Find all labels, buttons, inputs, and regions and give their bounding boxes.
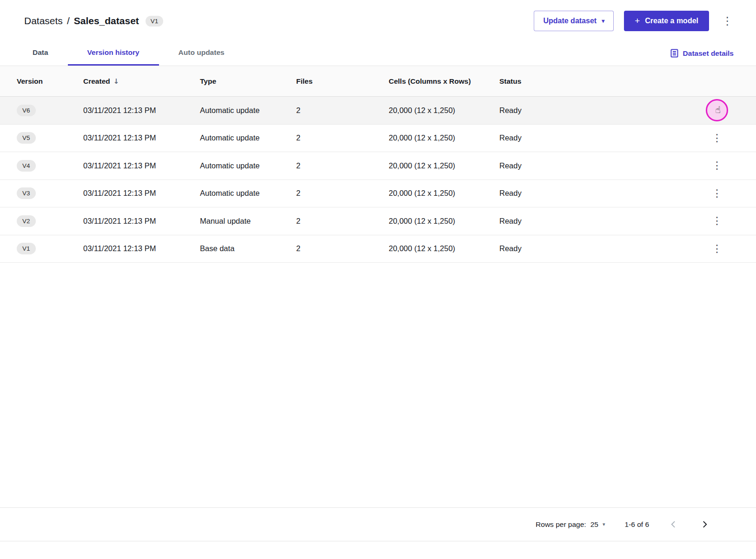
cell-status: Ready <box>499 133 708 142</box>
cell-files: 2 <box>296 217 389 226</box>
pagination-footer: Rows per page: 25 ▾ 1-6 of 6 <box>0 507 756 541</box>
row-kebab-menu-icon[interactable]: ⋮ <box>708 243 726 255</box>
tab-data[interactable]: Data <box>13 41 68 66</box>
cell-version: V1 <box>17 243 83 254</box>
chevron-down-icon: ▾ <box>602 18 604 24</box>
cell-created: 03/11/2021 12:13 PM <box>83 106 200 115</box>
cell-created: 03/11/2021 12:13 PM <box>83 189 200 198</box>
cell-files: 2 <box>296 106 389 115</box>
version-pill: V5 <box>17 132 36 144</box>
cell-created: 03/11/2021 12:13 PM <box>83 244 200 253</box>
column-header-type: Type <box>200 77 296 86</box>
table-row[interactable]: V3 03/11/2021 12:13 PM Automatic update … <box>0 180 756 208</box>
column-header-files: Files <box>296 77 389 86</box>
update-dataset-label: Update dataset <box>543 17 597 25</box>
version-pill: V2 <box>17 215 36 227</box>
document-icon <box>670 49 679 58</box>
cell-type: Automatic update <box>200 106 296 115</box>
sort-descending-icon: ↓ <box>113 77 119 86</box>
version-pill: V6 <box>17 105 36 116</box>
column-header-version: Version <box>17 77 83 86</box>
cell-status: Ready <box>499 161 708 170</box>
cell-cells: 20,000 (12 x 1,250) <box>389 217 499 226</box>
breadcrumb: Datasets / Sales_dataset V1 <box>24 15 163 27</box>
tab-auto-updates[interactable]: Auto updates <box>159 41 244 66</box>
next-page-button[interactable] <box>698 518 711 531</box>
cell-cells: 20,000 (12 x 1,250) <box>389 189 499 198</box>
breadcrumb-datasets-link[interactable]: Datasets <box>24 15 63 27</box>
create-model-button[interactable]: + Create a model <box>624 11 709 31</box>
table-row[interactable]: V1 03/11/2021 12:13 PM Base data 2 20,00… <box>0 235 756 263</box>
cell-type: Manual update <box>200 217 296 226</box>
rows-per-page-select[interactable]: Rows per page: 25 ▾ <box>536 520 605 529</box>
pagination-range: 1-6 of 6 <box>624 520 649 529</box>
header-actions: Update dataset ▾ + Create a model ⋮ <box>534 11 736 31</box>
cell-created: 03/11/2021 12:13 PM <box>83 133 200 142</box>
tabs-bar: Data Version history Auto updates Datase… <box>0 41 756 66</box>
table-row[interactable]: V2 03/11/2021 12:13 PM Manual update 2 2… <box>0 207 756 235</box>
cell-version: V6 <box>17 105 83 116</box>
table-row[interactable]: V6 03/11/2021 12:13 PM Automatic update … <box>0 97 756 125</box>
table-header-row: Version Created ↓ Type Files Cells (Colu… <box>0 66 756 97</box>
cell-cells: 20,000 (12 x 1,250) <box>389 244 499 253</box>
cell-files: 2 <box>296 189 389 198</box>
page: Datasets / Sales_dataset V1 Update datas… <box>0 0 756 559</box>
cell-files: 2 <box>296 133 389 142</box>
cell-type: Automatic update <box>200 189 296 198</box>
cell-files: 2 <box>296 161 389 170</box>
empty-area <box>0 263 756 507</box>
row-kebab-menu-icon[interactable]: ⋮ <box>708 104 726 116</box>
version-pill: V3 <box>17 187 36 199</box>
cell-status: Ready <box>499 189 708 198</box>
header-kebab-menu-icon[interactable]: ⋮ <box>719 14 736 28</box>
cell-status: Ready <box>499 244 708 253</box>
cell-cells: 20,000 (12 x 1,250) <box>389 161 499 170</box>
cell-status: Ready <box>499 106 708 115</box>
page-header: Datasets / Sales_dataset V1 Update datas… <box>0 0 756 41</box>
dataset-version-badge: V1 <box>146 16 164 27</box>
row-kebab-menu-icon[interactable]: ⋮ <box>708 187 726 200</box>
cell-created: 03/11/2021 12:13 PM <box>83 161 200 170</box>
chevron-left-icon <box>670 520 677 528</box>
page-title: Sales_dataset <box>74 15 139 27</box>
cell-type: Automatic update <box>200 161 296 170</box>
column-header-created[interactable]: Created ↓ <box>83 77 200 86</box>
column-header-status: Status <box>499 77 708 86</box>
cell-cells: 20,000 (12 x 1,250) <box>389 106 499 115</box>
cell-version: V3 <box>17 187 83 199</box>
tab-version-history[interactable]: Version history <box>68 41 159 66</box>
dataset-details-label: Dataset details <box>683 49 734 58</box>
row-kebab-menu-icon[interactable]: ⋮ <box>708 160 726 172</box>
cell-version: V5 <box>17 132 83 144</box>
plus-icon: + <box>635 17 640 24</box>
bottom-gap <box>0 541 756 559</box>
table-row[interactable]: V5 03/11/2021 12:13 PM Automatic update … <box>0 125 756 153</box>
cell-status: Ready <box>499 217 708 226</box>
table-body: V6 03/11/2021 12:13 PM Automatic update … <box>0 97 756 263</box>
cell-version: V2 <box>17 215 83 227</box>
breadcrumb-separator: / <box>67 15 70 27</box>
cell-type: Base data <box>200 244 296 253</box>
cell-files: 2 <box>296 244 389 253</box>
chevron-right-icon <box>701 520 709 528</box>
cell-version: V4 <box>17 160 83 172</box>
cell-cells: 20,000 (12 x 1,250) <box>389 133 499 142</box>
dataset-details-link[interactable]: Dataset details <box>670 41 734 66</box>
version-pill: V1 <box>17 243 36 254</box>
cell-type: Automatic update <box>200 133 296 142</box>
create-model-label: Create a model <box>645 17 698 25</box>
rows-per-page-value: 25 <box>590 520 598 529</box>
row-kebab-menu-icon[interactable]: ⋮ <box>708 132 726 144</box>
previous-page-button[interactable] <box>667 518 680 531</box>
column-header-cells: Cells (Columns x Rows) <box>389 77 499 86</box>
table-row[interactable]: V4 03/11/2021 12:13 PM Automatic update … <box>0 152 756 180</box>
rows-per-page-caret-icon: ▾ <box>603 521 605 527</box>
cell-created: 03/11/2021 12:13 PM <box>83 217 200 226</box>
update-dataset-button[interactable]: Update dataset ▾ <box>534 11 614 31</box>
version-pill: V4 <box>17 160 36 172</box>
rows-per-page-label: Rows per page: <box>536 520 586 529</box>
row-kebab-menu-icon[interactable]: ⋮ <box>708 215 726 227</box>
